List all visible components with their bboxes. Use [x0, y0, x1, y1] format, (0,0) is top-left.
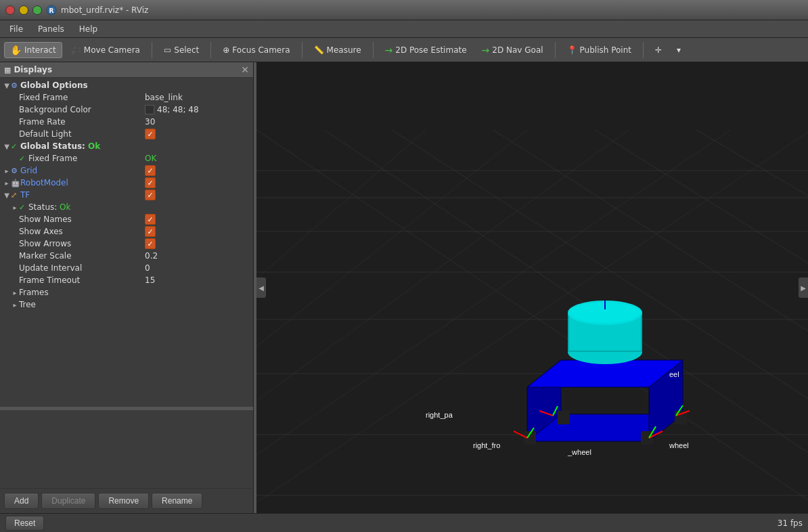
svg-text:right_pa: right_pa	[426, 411, 453, 419]
default-light-checkbox[interactable]: ✓	[145, 129, 156, 139]
window-title: mbot_urdf.rviz* - RViz	[61, 5, 148, 15]
tf-row[interactable]: ▼ ⤢ TF ✓	[0, 189, 253, 201]
fixed-frame-status-row[interactable]: ▸ ✓ Fixed Frame OK	[0, 152, 253, 164]
grid-checkbox[interactable]: ✓	[145, 165, 156, 176]
resize-handle-horizontal[interactable]	[0, 407, 253, 410]
measure-button[interactable]: 📏 Measure	[308, 43, 367, 58]
show-axes-row[interactable]: ▸ Show Axes ✓	[0, 225, 253, 238]
tf-expander[interactable]: ▼	[3, 191, 11, 199]
global-options-expander[interactable]: ▼	[3, 81, 11, 89]
status-check-icon: ✓	[11, 142, 20, 151]
minimize-button[interactable]	[19, 5, 28, 15]
show-axes-value[interactable]: ✓	[145, 226, 253, 237]
robot-model-icon: 🤖	[11, 179, 20, 187]
focus-camera-button[interactable]: ⊕ Focus Camera	[217, 43, 296, 58]
duplicate-button[interactable]: Duplicate	[41, 493, 95, 509]
2d-pose-label: 2D Pose Estimate	[395, 45, 466, 55]
global-options-row[interactable]: ▼ ⚙ Global Options	[0, 79, 253, 91]
displays-header: ▦ Displays ✕	[0, 62, 253, 78]
2d-nav-icon: →	[482, 45, 490, 56]
displays-tree[interactable]: ▼ ⚙ Global Options ▸ Fixed Frame base_li…	[0, 78, 253, 407]
show-arrows-checkbox[interactable]: ✓	[145, 238, 156, 249]
grid-expander[interactable]: ▸	[3, 167, 11, 175]
tf-checkbox[interactable]: ✓	[145, 190, 156, 200]
default-light-value[interactable]: ✓	[145, 129, 253, 139]
marker-scale-label: Marker Scale	[19, 251, 145, 261]
reset-button[interactable]: Reset	[5, 516, 44, 531]
remove-button[interactable]: Remove	[98, 493, 149, 509]
measure-icon: 📏	[314, 45, 324, 55]
show-axes-checkbox[interactable]: ✓	[145, 226, 156, 237]
collapse-left-button[interactable]: ◀	[256, 278, 266, 298]
tree-label: Tree	[19, 300, 253, 309]
collapse-right-button[interactable]: ▶	[799, 278, 808, 298]
show-names-value[interactable]: ✓	[145, 214, 253, 225]
tf-status-expander[interactable]: ▸	[11, 203, 19, 211]
show-names-row[interactable]: ▸ Show Names ✓	[0, 213, 253, 225]
frame-rate-row[interactable]: ▸ Frame Rate 30	[0, 116, 253, 128]
grid-row[interactable]: ▸ ⚙ Grid ✓	[0, 164, 253, 177]
global-status-row[interactable]: ▼ ✓ Global Status: Ok	[0, 140, 253, 152]
publish-point-button[interactable]: 📍 Publish Point	[561, 43, 637, 58]
tf-checkbox-col[interactable]: ✓	[145, 190, 253, 200]
menubar: File Panels Help	[0, 20, 808, 38]
color-swatch[interactable]	[145, 105, 154, 114]
add-toolbar-button[interactable]: ✛	[649, 43, 668, 58]
menu-panels[interactable]: Panels	[31, 23, 71, 35]
plus-icon: ✛	[655, 45, 662, 55]
grid-checkbox-col[interactable]: ✓	[145, 165, 253, 176]
grid-label: Grid	[20, 166, 145, 175]
publish-point-icon: 📍	[567, 45, 577, 55]
tf-status-row[interactable]: ▸ ✓ Status: Ok	[0, 201, 253, 213]
3d-viewport[interactable]: right_pa eel right_fro _wheel wheel ◀ ▶	[256, 62, 808, 513]
show-arrows-row[interactable]: ▸ Show Arrows ✓	[0, 238, 253, 250]
close-button[interactable]	[5, 5, 15, 15]
frames-expander[interactable]: ▸	[11, 288, 19, 296]
robot-model-expander[interactable]: ▸	[3, 179, 11, 187]
interact-button[interactable]: ✋ Interact	[4, 42, 62, 58]
menu-file[interactable]: File	[3, 23, 30, 35]
displays-title: Displays	[14, 65, 52, 74]
select-label: Select	[174, 45, 199, 55]
displays-close-button[interactable]: ✕	[241, 64, 249, 75]
toolbar-dropdown-button[interactable]: ▾	[671, 43, 687, 58]
toolbar-separator-5	[555, 42, 556, 58]
titlebar: R mbot_urdf.rviz* - RViz	[0, 0, 808, 20]
default-light-row[interactable]: ▸ Default Light ✓	[0, 128, 253, 140]
marker-scale-row[interactable]: ▸ Marker Scale 0.2	[0, 250, 253, 262]
fixed-frame-row[interactable]: ▸ Fixed Frame base_link	[0, 91, 253, 104]
svg-text:eel: eel	[669, 370, 679, 378]
tree-row[interactable]: ▸ Tree	[0, 298, 253, 311]
show-axes-label: Show Axes	[19, 227, 145, 236]
maximize-button[interactable]	[32, 5, 42, 15]
left-panel: ▦ Displays ✕ ▼ ⚙ Global Options ▸ Fixed …	[0, 62, 254, 513]
fps-display: 31 fps	[778, 518, 803, 528]
rename-button[interactable]: Rename	[152, 493, 202, 509]
show-arrows-value[interactable]: ✓	[145, 238, 253, 249]
default-light-label: Default Light	[19, 129, 145, 139]
tree-expander[interactable]: ▸	[11, 301, 19, 309]
add-button[interactable]: Add	[4, 493, 39, 509]
robot-model-checkbox-col[interactable]: ✓	[145, 177, 253, 188]
robot-model-checkbox[interactable]: ✓	[145, 177, 156, 188]
select-button[interactable]: ▭ Select	[158, 43, 205, 58]
global-status-expander[interactable]: ▼	[3, 142, 11, 150]
measure-label: Measure	[327, 45, 361, 55]
robot-model-label: RobotModel	[20, 178, 145, 187]
menu-help[interactable]: Help	[72, 23, 104, 35]
move-camera-button[interactable]: 🎥 Move Camera	[65, 43, 146, 58]
2d-pose-button[interactable]: → 2D Pose Estimate	[379, 42, 473, 58]
update-interval-row[interactable]: ▸ Update Interval 0	[0, 262, 253, 274]
chevron-down-icon: ▾	[677, 45, 681, 55]
frames-row[interactable]: ▸ Frames	[0, 286, 253, 298]
show-arrows-label: Show Arrows	[19, 239, 145, 248]
tf-status-check-icon: ✓	[19, 203, 28, 212]
show-names-checkbox[interactable]: ✓	[145, 214, 156, 225]
robot-model-row[interactable]: ▸ 🤖 RobotModel ✓	[0, 177, 253, 189]
2d-nav-button[interactable]: → 2D Nav Goal	[476, 42, 549, 58]
tf-label: TF	[20, 190, 145, 200]
background-color-row[interactable]: ▸ Background Color 48; 48; 48	[0, 104, 253, 116]
frame-timeout-row[interactable]: ▸ Frame Timeout 15	[0, 274, 253, 286]
frames-label: Frames	[19, 288, 253, 297]
interact-label: Interact	[24, 45, 56, 55]
